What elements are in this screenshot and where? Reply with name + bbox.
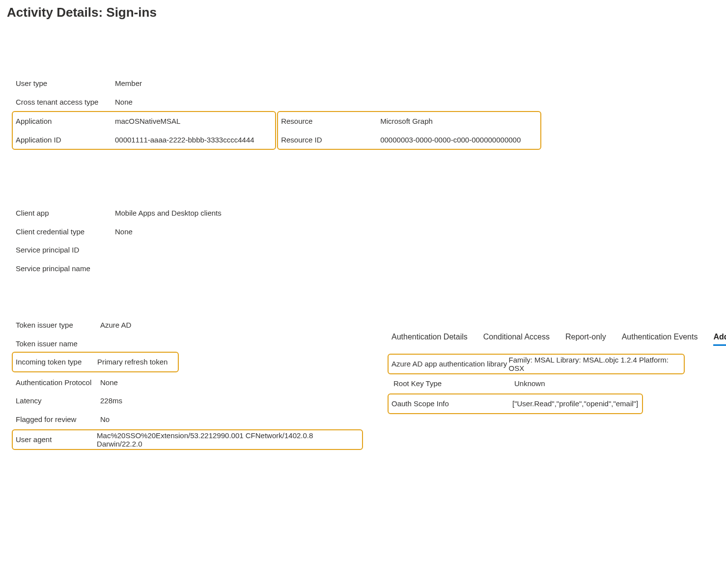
field-application-id: Application ID 00001111-aaaa-2222-bbbb-3… bbox=[16, 131, 272, 149]
field-cross-tenant: Cross tenant access type None bbox=[16, 93, 719, 112]
field-value: None bbox=[115, 98, 133, 106]
field-label: Incoming token type bbox=[16, 358, 97, 366]
field-oauth-scope-info: Oauth Scope Info ["User.Read","profile",… bbox=[391, 394, 639, 413]
field-label: Client credential type bbox=[16, 227, 115, 236]
field-value: macOSNativeMSAL bbox=[115, 117, 180, 125]
field-value: None bbox=[100, 378, 118, 387]
field-label: Authentication Protocol bbox=[16, 378, 100, 387]
token-details-section: Token issuer type Azure AD Token issuer … bbox=[16, 316, 366, 450]
field-value: Member bbox=[115, 79, 142, 87]
page-title: Activity Details: Sign-ins bbox=[7, 5, 719, 20]
field-label: Application bbox=[16, 117, 115, 125]
field-label: Service principal ID bbox=[16, 246, 115, 254]
field-root-key-type: Root Key Type Unknown bbox=[393, 374, 726, 393]
field-user-type: User type Member bbox=[16, 74, 719, 93]
field-auth-protocol: Authentication Protocol None bbox=[16, 373, 366, 392]
field-label: Root Key Type bbox=[393, 379, 514, 388]
signin-details-section: User type Member Cross tenant access typ… bbox=[16, 74, 719, 312]
tab-additional-details[interactable]: Additional Details bbox=[713, 333, 726, 346]
field-label: Oauth Scope Info bbox=[391, 399, 512, 408]
field-label: Cross tenant access type bbox=[16, 98, 115, 106]
field-value: No bbox=[100, 415, 110, 423]
field-value: Microsoft Graph bbox=[380, 117, 433, 125]
field-resource: Resource Microsoft Graph bbox=[281, 112, 537, 131]
field-client-credential-type: Client credential type None bbox=[16, 223, 719, 241]
highlight-resource-block: Resource Microsoft Graph Resource ID 000… bbox=[277, 111, 541, 150]
highlight-auth-library: Azure AD app authentication library Fami… bbox=[388, 354, 685, 374]
tab-conditional-access[interactable]: Conditional Access bbox=[483, 333, 550, 346]
field-application: Application macOSNativeMSAL bbox=[16, 112, 272, 131]
field-label: Flagged for review bbox=[16, 415, 100, 423]
field-label: Token issuer name bbox=[16, 339, 100, 348]
field-flagged-for-review: Flagged for review No bbox=[16, 410, 366, 429]
field-user-agent: User agent Mac%20SSO%20Extension/53.2212… bbox=[16, 430, 359, 449]
field-value: 228ms bbox=[100, 396, 122, 405]
field-client-app: Client app Mobile Apps and Desktop clien… bbox=[16, 204, 719, 223]
highlight-application-block: Application macOSNativeMSAL Application … bbox=[12, 111, 276, 150]
highlight-incoming-token: Incoming token type Primary refresh toke… bbox=[12, 352, 179, 372]
field-service-principal-id: Service principal ID bbox=[16, 241, 719, 259]
tab-authentication-events[interactable]: Authentication Events bbox=[622, 333, 698, 346]
field-label: Client app bbox=[16, 209, 115, 217]
field-value: Azure AD bbox=[100, 321, 131, 329]
field-value: 00000003-0000-0000-c000-000000000000 bbox=[380, 136, 521, 144]
field-token-issuer-type: Token issuer type Azure AD bbox=[16, 316, 366, 335]
field-service-principal-name: Service principal name bbox=[16, 259, 719, 278]
field-value: Mobile Apps and Desktop clients bbox=[115, 209, 222, 217]
field-label: Azure AD app authentication library bbox=[391, 360, 509, 368]
field-value: Primary refresh token bbox=[97, 358, 168, 366]
field-latency: Latency 228ms bbox=[16, 392, 366, 410]
field-token-issuer-name: Token issuer name bbox=[16, 335, 366, 353]
highlight-user-agent: User agent Mac%20SSO%20Extension/53.2212… bbox=[12, 429, 363, 450]
tabs-bar: Authentication Details Conditional Acces… bbox=[391, 333, 726, 346]
field-incoming-token-type: Incoming token type Primary refresh toke… bbox=[16, 353, 175, 371]
field-label: Service principal name bbox=[16, 264, 115, 273]
field-auth-library: Azure AD app authentication library Fami… bbox=[391, 355, 681, 373]
field-label: Resource bbox=[281, 117, 380, 125]
tab-authentication-details[interactable]: Authentication Details bbox=[391, 333, 468, 346]
field-value: 00001111-aaaa-2222-bbbb-3333cccc4444 bbox=[115, 136, 254, 144]
field-label: Token issuer type bbox=[16, 321, 100, 329]
additional-details-panel: Authentication Details Conditional Acces… bbox=[391, 333, 726, 414]
field-label: Resource ID bbox=[281, 136, 380, 144]
field-label: Latency bbox=[16, 396, 100, 405]
field-value: Family: MSAL Library: MSAL.objc 1.2.4 Pl… bbox=[509, 356, 681, 372]
field-value: None bbox=[115, 227, 133, 236]
field-label: User agent bbox=[16, 435, 97, 444]
tab-report-only[interactable]: Report-only bbox=[565, 333, 606, 346]
field-value: Mac%20SSO%20Extension/53.2212990.001 CFN… bbox=[97, 431, 359, 448]
field-value: ["User.Read","profile","openid","email"] bbox=[512, 399, 638, 408]
field-label: Application ID bbox=[16, 136, 115, 144]
field-value: Unknown bbox=[514, 379, 545, 388]
highlight-oauth-scope: Oauth Scope Info ["User.Read","profile",… bbox=[388, 393, 643, 414]
field-label: User type bbox=[16, 79, 115, 87]
field-resource-id: Resource ID 00000003-0000-0000-c000-0000… bbox=[281, 131, 537, 149]
